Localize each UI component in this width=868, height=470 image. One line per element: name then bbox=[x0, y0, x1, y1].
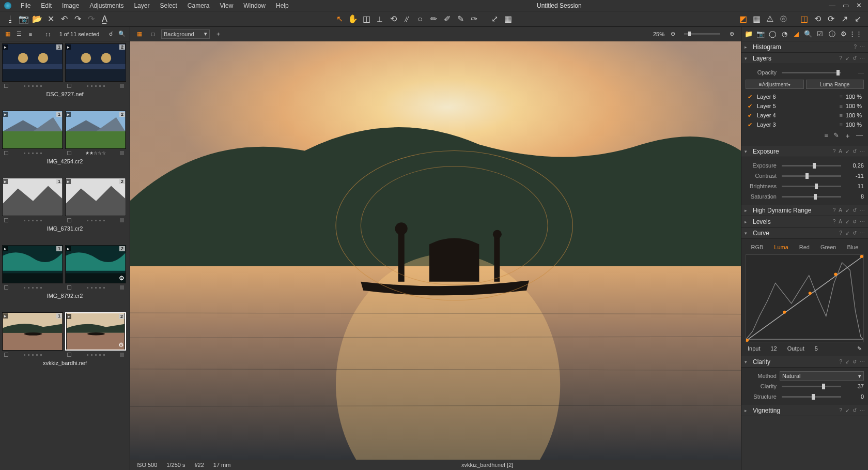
menu-select[interactable]: Select bbox=[154, 2, 182, 9]
erase-tool-icon[interactable]: ✐ bbox=[441, 13, 453, 25]
single-view-icon[interactable]: □ bbox=[148, 29, 158, 39]
tab-batch-icon[interactable]: ⋮⋮ bbox=[850, 29, 861, 39]
adjustment-dropdown[interactable]: ≡ Adjustment ▾ bbox=[746, 80, 804, 89]
spot-tool-icon[interactable]: ○ bbox=[414, 13, 426, 25]
hand-tool-icon[interactable]: ✋ bbox=[347, 13, 359, 25]
maximize-icon[interactable]: ▭ bbox=[843, 2, 849, 9]
layer-opts-icon[interactable]: ≡ bbox=[824, 131, 828, 141]
search-icon[interactable]: 🔍 bbox=[117, 29, 127, 39]
grid-icon[interactable]: ▦ bbox=[750, 13, 763, 25]
tab-lens-icon[interactable]: ◯ bbox=[767, 29, 778, 39]
before-after-icon[interactable]: ◫ bbox=[798, 13, 810, 25]
help-icon[interactable]: ? bbox=[839, 55, 842, 61]
view-filmstrip-icon[interactable]: ≡ bbox=[26, 29, 35, 39]
export-icon[interactable]: ↗ bbox=[838, 13, 850, 25]
layer-select[interactable]: Background▾ bbox=[161, 29, 210, 39]
contrast-slider[interactable] bbox=[782, 175, 841, 177]
expand-icon[interactable]: ↙ bbox=[845, 55, 849, 61]
panel-clarity[interactable]: ▾Clarity ?↙↺⋯ bbox=[741, 356, 868, 368]
luma-range-button[interactable]: Luma Range bbox=[806, 80, 864, 89]
tab-capture-icon[interactable]: 📷 bbox=[755, 29, 766, 39]
zoom-slider[interactable] bbox=[684, 33, 720, 35]
capture-icon[interactable]: 📷 bbox=[18, 13, 30, 25]
reset-icon[interactable]: ⟲ bbox=[811, 13, 824, 25]
menu-dots-icon[interactable]: ⋯ bbox=[860, 44, 865, 50]
view-list-icon[interactable]: ☰ bbox=[14, 29, 24, 39]
saturation-slider[interactable] bbox=[782, 196, 841, 198]
curve-tab-rgb[interactable]: RGB bbox=[751, 244, 763, 250]
compare-icon[interactable]: ▦ bbox=[502, 13, 514, 25]
panel-levels[interactable]: ▸Levels ?A↙↺⋯ bbox=[741, 216, 868, 228]
tab-output-icon[interactable]: ⚙ bbox=[839, 29, 849, 39]
annotate-icon[interactable]: A̲ bbox=[98, 13, 111, 25]
layer-row[interactable]: ✔Layer 3≡100 % bbox=[746, 120, 864, 129]
redo2-icon[interactable]: ↷ bbox=[85, 13, 97, 25]
brightness-slider[interactable] bbox=[782, 186, 841, 187]
curve-tab-luma[interactable]: Luma bbox=[774, 244, 788, 250]
thumbnail[interactable]: ▸2 bbox=[65, 178, 126, 216]
menu-file[interactable]: File bbox=[16, 2, 36, 9]
panel-exposure[interactable]: ▾Exposure ?A↙↺⋯ bbox=[741, 146, 868, 157]
clarity-method-dropdown[interactable]: Natural▾ bbox=[780, 371, 864, 381]
thumbnail[interactable]: ▸2⚙ bbox=[65, 245, 126, 283]
delete-icon[interactable]: ✕ bbox=[44, 13, 57, 25]
tab-exposure-icon[interactable]: ◢ bbox=[791, 29, 801, 39]
menu-layer[interactable]: Layer bbox=[129, 2, 154, 9]
undo-icon[interactable]: ↶ bbox=[58, 13, 70, 25]
curve-tab-blue[interactable]: Blue bbox=[847, 244, 858, 250]
menu-view[interactable]: View bbox=[215, 2, 239, 9]
panel-layers[interactable]: ▾Layers ?↙↺⋯ bbox=[741, 53, 868, 64]
thumbnail[interactable]: ▸2 bbox=[65, 111, 126, 149]
layer-row[interactable]: ✔Layer 4≡100 % bbox=[746, 111, 864, 120]
brush-tool-icon[interactable]: ✏ bbox=[427, 13, 440, 25]
zoom-in-icon[interactable]: ⊕ bbox=[726, 29, 737, 39]
tab-library-icon[interactable]: 📁 bbox=[743, 29, 754, 39]
thumbnail[interactable]: ▸2 bbox=[65, 43, 126, 82]
layer-row[interactable]: ✔Layer 6≡100 % bbox=[746, 92, 864, 101]
tab-adjust-icon[interactable]: ☑ bbox=[815, 29, 825, 39]
minimize-icon[interactable]: — bbox=[829, 2, 835, 9]
highlight-warn-icon[interactable]: ◩ bbox=[737, 13, 749, 25]
crop-tool-icon[interactable]: ⟂ bbox=[374, 13, 386, 25]
gradient-tool-icon[interactable]: ✎ bbox=[454, 13, 467, 25]
warning-icon[interactable]: ⚠ bbox=[764, 13, 776, 25]
curve-tab-red[interactable]: Red bbox=[799, 244, 810, 250]
pointer-tool-icon[interactable]: ↖ bbox=[333, 13, 346, 25]
focus-mask-icon[interactable]: ⦾ bbox=[777, 13, 789, 25]
tab-color-icon[interactable]: ◔ bbox=[779, 29, 789, 39]
multi-view-icon[interactable]: ▦ bbox=[134, 29, 145, 39]
panel-curve[interactable]: ▾Curve ?↙↺⋯ bbox=[741, 228, 868, 239]
layer-del-icon[interactable]: — bbox=[856, 131, 863, 141]
loupe-tool-icon[interactable]: ◫ bbox=[360, 13, 373, 25]
tab-metadata-icon[interactable]: ⓘ bbox=[827, 29, 837, 39]
clarity-slider[interactable] bbox=[782, 386, 841, 387]
menu-adjustments[interactable]: Adjustments bbox=[84, 2, 129, 9]
filter-icon[interactable]: ☌ bbox=[106, 29, 115, 39]
close-icon[interactable]: ✕ bbox=[856, 2, 862, 9]
sort-icon[interactable]: ↕↕ bbox=[43, 29, 53, 39]
layer-row[interactable]: ✔Layer 5≡100 % bbox=[746, 101, 864, 111]
curve-editor[interactable] bbox=[746, 254, 864, 342]
layer-brush-icon[interactable]: ✎ bbox=[833, 131, 839, 141]
menu-image[interactable]: Image bbox=[57, 2, 84, 9]
viewer-image[interactable] bbox=[130, 41, 741, 460]
thumbnail[interactable]: ▸1 bbox=[2, 312, 63, 351]
curve-tab-green[interactable]: Green bbox=[820, 244, 836, 250]
zoom-out-icon[interactable]: ⊖ bbox=[668, 29, 678, 39]
tab-details-icon[interactable]: 🔍 bbox=[803, 29, 813, 39]
menu-edit[interactable]: Edit bbox=[36, 2, 57, 9]
menu-dots-icon[interactable]: ⋯ bbox=[860, 55, 865, 61]
expand-icon[interactable]: ⤢ bbox=[488, 13, 501, 25]
keystone-tool-icon[interactable]: ⫽ bbox=[400, 13, 413, 25]
panel-histogram[interactable]: ▸Histogram ?⋯ bbox=[741, 41, 868, 53]
menu-camera[interactable]: Camera bbox=[182, 2, 215, 9]
import-icon[interactable]: ⭳ bbox=[4, 13, 17, 25]
menu-window[interactable]: Window bbox=[238, 2, 271, 9]
panel-vignetting[interactable]: ▸Vignetting ?↙↺⋯ bbox=[741, 405, 868, 416]
rotate-tool-icon[interactable]: ⟲ bbox=[387, 13, 399, 25]
thumbnail[interactable]: ▸1 bbox=[2, 43, 63, 82]
redo-icon[interactable]: ↷ bbox=[71, 13, 84, 25]
view-grid-icon[interactable]: ▦ bbox=[3, 29, 12, 39]
layer-add-icon[interactable]: ＋ bbox=[844, 131, 851, 141]
process-icon[interactable]: ↙ bbox=[851, 13, 864, 25]
